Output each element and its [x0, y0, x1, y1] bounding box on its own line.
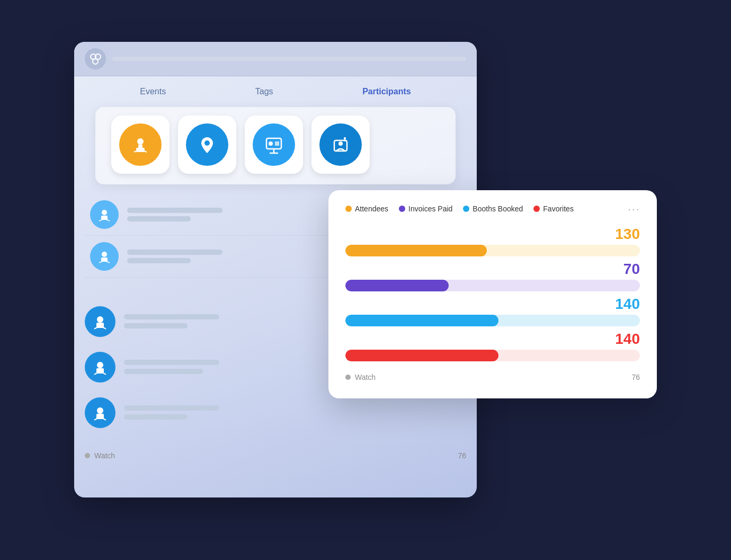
svg-point-17	[102, 210, 107, 215]
small-icon-3	[85, 397, 115, 428]
bar-attendees: 130	[345, 226, 640, 256]
text-line	[124, 405, 219, 411]
bar-booths: 140	[345, 296, 640, 326]
svg-point-7	[204, 140, 210, 146]
text-line	[124, 360, 219, 365]
bar-section: 130 70 140 140	[345, 226, 640, 366]
invoices-bar-track	[345, 280, 640, 291]
app-logo	[85, 48, 106, 69]
svg-point-11	[269, 141, 273, 146]
favorites-bar-track	[345, 350, 640, 361]
booths-bar-fill	[345, 315, 498, 326]
svg-rect-6	[138, 145, 142, 146]
bar-favorites: 140	[345, 331, 640, 361]
chart-legend: Attendees Invoices Paid Booths Booked Fa…	[345, 205, 574, 213]
attendees-label: Attendees	[355, 205, 388, 213]
invoices-bar-fill	[345, 280, 449, 291]
list-icon-1	[90, 200, 119, 229]
invoices-label: Invoices Paid	[408, 205, 452, 213]
nav-participants[interactable]: Participants	[362, 85, 411, 99]
icon-card-presentation[interactable]	[245, 115, 303, 174]
attendees-value: 130	[345, 226, 640, 243]
list-icon-2	[90, 242, 119, 271]
icon-card-checkin[interactable]	[311, 115, 370, 174]
booths-label: Booths Booked	[473, 205, 523, 213]
svg-point-23	[97, 362, 103, 368]
legend-booths: Booths Booked	[463, 205, 523, 213]
favorites-bar-fill	[345, 350, 498, 361]
attendees-bar-track	[345, 245, 640, 256]
watch-row: Watch 76	[74, 451, 477, 460]
favorites-label: Favorites	[543, 205, 574, 213]
booths-bar-track	[345, 315, 640, 326]
small-text-3	[124, 405, 219, 420]
invoices-dot	[399, 206, 405, 212]
nav-events[interactable]: Events	[140, 85, 166, 99]
chart-card: Attendees Invoices Paid Booths Booked Fa…	[328, 190, 657, 398]
checkin-icon-circle	[319, 123, 362, 166]
watch-value: 76	[458, 451, 466, 460]
legend-invoices: Invoices Paid	[399, 205, 452, 213]
nav-tags[interactable]: Tags	[255, 85, 273, 99]
text-line	[127, 216, 191, 221]
chart-header: Attendees Invoices Paid Booths Booked Fa…	[345, 203, 640, 215]
chart-watch-row: Watch 76	[345, 369, 640, 381]
chart-watch-dot	[345, 375, 351, 380]
watch-dot	[85, 453, 90, 458]
text-line	[124, 314, 219, 319]
booths-dot	[463, 206, 469, 212]
presentation-icon-circle	[253, 123, 295, 166]
text-line	[127, 258, 191, 263]
text-line	[124, 323, 188, 328]
attendees-dot	[345, 206, 352, 212]
text-line	[124, 369, 203, 374]
chart-watch-label: Watch	[355, 373, 376, 381]
text-line	[127, 208, 222, 213]
favorites-dot	[533, 206, 540, 212]
speaker-icon-circle	[119, 123, 162, 166]
watch-label: Watch	[94, 451, 115, 460]
bar-invoices: 70	[345, 261, 640, 291]
svg-point-2	[93, 59, 98, 64]
header-text-bar	[112, 57, 466, 61]
svg-point-21	[97, 316, 103, 323]
small-icon-2	[85, 352, 115, 383]
icon-card-location[interactable]	[178, 115, 236, 174]
favorites-value: 140	[345, 331, 640, 348]
chart-watch-value: 76	[631, 373, 640, 381]
text-line	[127, 250, 222, 255]
app-nav: Events Tags Participants	[74, 76, 477, 107]
small-text-1	[124, 314, 219, 328]
app-header	[74, 42, 477, 76]
legend-attendees: Attendees	[345, 205, 388, 213]
attendees-bar-fill	[345, 245, 487, 256]
invoices-value: 70	[345, 261, 640, 278]
location-icon-circle	[186, 123, 228, 166]
svg-point-25	[97, 407, 103, 414]
icon-grid-row	[95, 107, 456, 184]
small-icon-1	[85, 306, 115, 337]
svg-point-5	[137, 138, 144, 145]
more-options-icon[interactable]: ···	[628, 203, 640, 215]
legend-favorites: Favorites	[533, 205, 574, 213]
icon-card-speaker[interactable]	[111, 115, 170, 174]
svg-point-19	[102, 252, 107, 257]
svg-point-13	[338, 141, 343, 146]
text-line	[124, 414, 188, 420]
booths-value: 140	[345, 296, 640, 313]
small-text-2	[124, 360, 219, 374]
